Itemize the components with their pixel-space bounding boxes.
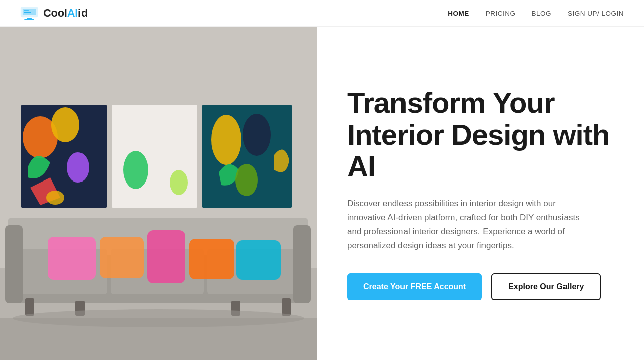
svg-rect-35 <box>282 298 291 316</box>
nav-link-signup[interactable]: SIGN UP/ LOGIN <box>568 10 624 17</box>
svg-point-22 <box>211 115 242 165</box>
nav-link-blog[interactable]: BLOG <box>531 10 551 17</box>
nav-item-pricing[interactable]: PRICING <box>486 9 516 18</box>
svg-rect-37 <box>100 237 144 278</box>
svg-rect-31 <box>293 225 311 303</box>
nav-link-pricing[interactable]: PRICING <box>486 10 516 17</box>
hero-title: Transform Your Interior Design with AI <box>347 86 614 183</box>
svg-rect-3 <box>24 19 34 20</box>
svg-rect-30 <box>5 225 23 303</box>
hero-description: Discover endless possibilities in interi… <box>347 197 594 253</box>
svg-rect-14 <box>112 105 197 208</box>
navbar: CoolAIid HOME PRICING BLOG SIGN UP/ LOGI… <box>0 0 644 27</box>
svg-rect-38 <box>147 230 185 283</box>
nav-link-home[interactable]: HOME <box>448 10 469 17</box>
svg-rect-39 <box>189 239 234 279</box>
hero-buttons: Create Your FREE Account Explore Our Gal… <box>347 273 614 300</box>
svg-point-20 <box>170 170 188 195</box>
svg-point-12 <box>67 152 89 183</box>
svg-rect-2 <box>27 18 32 19</box>
logo-icon <box>20 6 38 20</box>
explore-gallery-button[interactable]: Explore Our Gallery <box>491 273 601 300</box>
svg-rect-40 <box>236 240 281 280</box>
hero-section: Transform Your Interior Design with AI D… <box>0 27 644 360</box>
svg-point-24 <box>235 164 258 196</box>
nav-item-home[interactable]: HOME <box>448 9 469 18</box>
svg-point-41 <box>13 309 304 327</box>
nav-item-signup[interactable]: SIGN UP/ LOGIN <box>568 9 624 18</box>
logo-text: CoolAIid <box>43 7 88 20</box>
svg-point-17 <box>123 151 148 189</box>
logo[interactable]: CoolAIid <box>20 6 88 20</box>
nav-links: HOME PRICING BLOG SIGN UP/ LOGIN <box>448 9 624 18</box>
svg-rect-32 <box>25 298 34 316</box>
hero-image <box>0 27 317 360</box>
svg-point-13 <box>46 191 64 205</box>
svg-point-11 <box>51 107 79 142</box>
svg-rect-36 <box>48 237 96 280</box>
nav-item-blog[interactable]: BLOG <box>531 9 551 18</box>
svg-rect-1 <box>23 9 36 15</box>
hero-content: Transform Your Interior Design with AI D… <box>317 27 644 360</box>
svg-point-23 <box>243 114 271 156</box>
create-account-button[interactable]: Create Your FREE Account <box>347 273 482 300</box>
